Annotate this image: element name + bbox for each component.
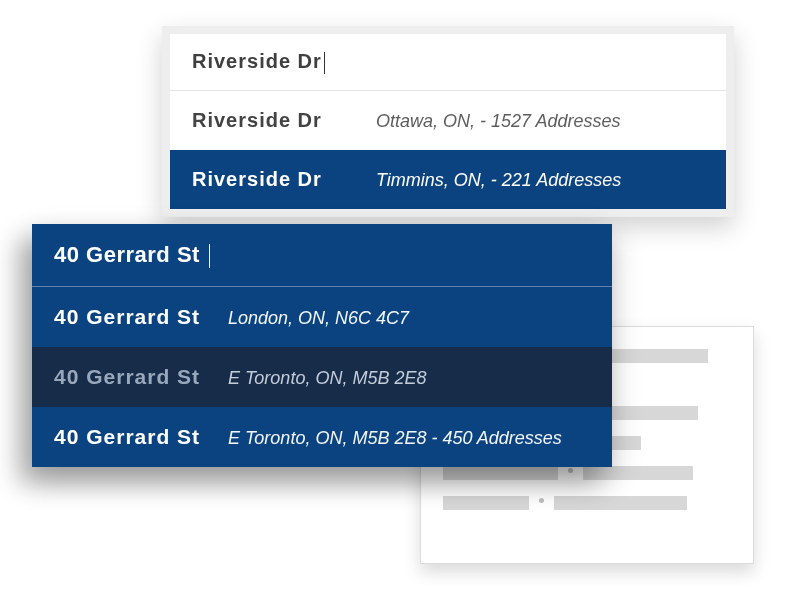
suggestion-item-selected[interactable]: Riverside Dr Timmins, ON, - 221 Addresse…: [170, 150, 726, 209]
placeholder-row: [443, 493, 731, 507]
suggestion-meta: E Toronto, ON, M5B 2E8: [228, 368, 426, 389]
suggestion-name: Riverside Dr: [192, 109, 362, 132]
suggestion-meta: Ottawa, ON, - 1527 Addresses: [376, 111, 620, 132]
text-cursor: [324, 52, 325, 74]
text-cursor: [209, 244, 210, 268]
suggestion-item-highlighted[interactable]: 40 Gerrard St E Toronto, ON, M5B 2E8: [32, 347, 612, 407]
autocomplete-card-gerrard: 40 Gerrard St 40 Gerrard St London, ON, …: [32, 224, 612, 467]
suggestion-meta: London, ON, N6C 4C7: [228, 308, 409, 329]
suggestion-name: 40 Gerrard St: [54, 425, 214, 449]
autocomplete-card-riverside: Riverside Dr Riverside Dr Ottawa, ON, - …: [162, 26, 734, 217]
suggestion-meta: Timmins, ON, - 221 Addresses: [376, 170, 621, 191]
suggestion-name: 40 Gerrard St: [54, 365, 214, 389]
suggestion-item[interactable]: 40 Gerrard St London, ON, N6C 4C7: [32, 287, 612, 347]
suggestion-name: Riverside Dr: [192, 168, 362, 191]
suggestion-name: 40 Gerrard St: [54, 305, 214, 329]
suggestion-item[interactable]: 40 Gerrard St E Toronto, ON, M5B 2E8 - 4…: [32, 407, 612, 467]
search-input[interactable]: Riverside Dr: [170, 34, 726, 91]
search-value: Riverside Dr: [192, 50, 322, 72]
suggestion-meta: E Toronto, ON, M5B 2E8 - 450 Addresses: [228, 428, 562, 449]
search-value: 40 Gerrard St: [54, 242, 200, 267]
search-input[interactable]: 40 Gerrard St: [32, 224, 612, 287]
suggestion-item[interactable]: Riverside Dr Ottawa, ON, - 1527 Addresse…: [170, 91, 726, 150]
